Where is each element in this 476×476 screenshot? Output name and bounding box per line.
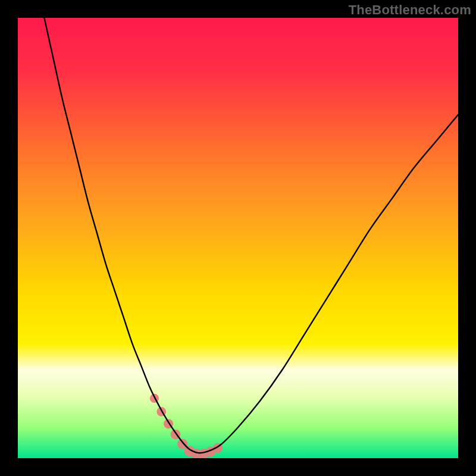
chart-frame: TheBottleneck.com (0, 0, 476, 476)
watermark-text: TheBottleneck.com (349, 2, 471, 18)
chart-svg (18, 18, 458, 458)
plot-area (18, 18, 458, 458)
gradient-background (18, 18, 458, 458)
